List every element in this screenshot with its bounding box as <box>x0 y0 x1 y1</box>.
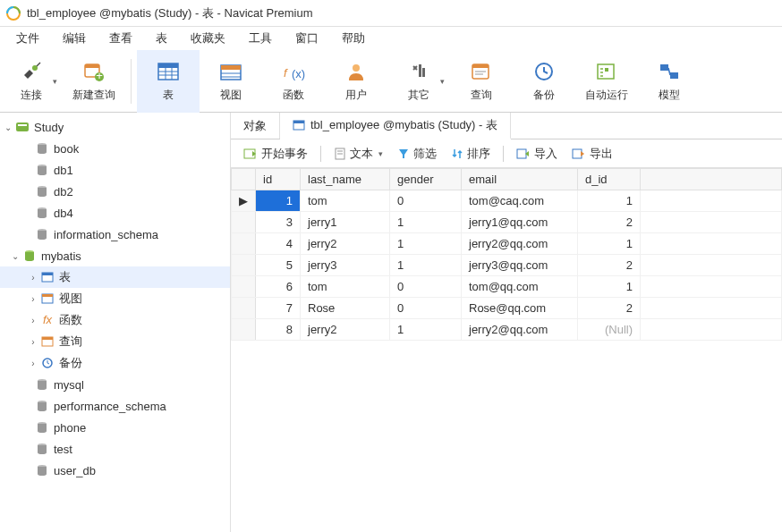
col-id[interactable]: id <box>256 169 301 190</box>
col-d-id[interactable]: d_id <box>578 169 641 190</box>
connection-tree[interactable]: ⌄ Study ›book ›db1 ›db2 ›db4 ›informatio… <box>0 113 231 532</box>
cell-gender[interactable]: 1 <box>390 255 462 276</box>
cell-email[interactable]: jerry2@qq.com <box>462 233 578 255</box>
tb-backup[interactable]: 备份 <box>513 50 575 113</box>
cell-gender[interactable]: 1 <box>390 212 462 233</box>
cell-last-name[interactable]: jerry2 <box>301 233 390 255</box>
row-marker[interactable] <box>232 276 256 298</box>
cell-email[interactable]: tom@qq.com <box>462 276 578 298</box>
db-book[interactable]: ›book <box>0 138 230 159</box>
db-phone[interactable]: ›phone <box>0 417 230 438</box>
menu-help[interactable]: 帮助 <box>331 28 376 49</box>
row-marker[interactable] <box>232 255 256 276</box>
cell-gender[interactable]: 1 <box>390 319 462 341</box>
expand-icon[interactable]: › <box>27 273 39 283</box>
table-row[interactable]: 5jerry31jerry3@qq.com2 <box>232 255 782 276</box>
cell-d-id[interactable]: 1 <box>578 190 641 212</box>
cell-d-id[interactable]: 1 <box>578 233 641 255</box>
menu-tools[interactable]: 工具 <box>238 28 283 49</box>
cell-id[interactable]: 5 <box>256 255 301 276</box>
col-last-name[interactable]: last_name <box>301 169 390 190</box>
tb-model[interactable]: 模型 <box>638 50 701 113</box>
db-performance-schema[interactable]: ›performance_schema <box>0 395 230 417</box>
db-db2[interactable]: ›db2 <box>0 181 230 202</box>
cell-last-name[interactable]: jerry3 <box>301 255 390 276</box>
expand-icon[interactable]: › <box>27 294 39 304</box>
cell-d-id[interactable]: 2 <box>578 298 641 319</box>
table-row[interactable]: ▶1tom0tom@caq.com1 <box>232 190 782 212</box>
expand-icon[interactable]: › <box>27 337 39 347</box>
cell-email[interactable]: jerry2@qq.com <box>462 319 578 341</box>
cell-d-id[interactable]: (Null) <box>578 319 641 341</box>
filter-button[interactable]: 筛选 <box>392 143 442 165</box>
db-information-schema[interactable]: ›information_schema <box>0 224 230 245</box>
cell-d-id[interactable]: 2 <box>578 212 641 233</box>
cell-d-id[interactable]: 1 <box>578 276 641 298</box>
cell-last-name[interactable]: Rose <box>301 298 390 319</box>
cell-gender[interactable]: 0 <box>390 298 462 319</box>
cell-id[interactable]: 8 <box>256 319 301 341</box>
menu-table[interactable]: 表 <box>145 28 178 49</box>
cell-email[interactable]: tom@caq.com <box>462 190 578 212</box>
cell-last-name[interactable]: tom <box>301 190 390 212</box>
mybatis-functions[interactable]: ›fx函数 <box>0 309 230 331</box>
collapse-icon[interactable]: ⌄ <box>2 122 14 132</box>
import-button[interactable]: 导入 <box>511 143 563 165</box>
mybatis-tables[interactable]: ›表 <box>0 266 230 288</box>
cell-id[interactable]: 6 <box>256 276 301 298</box>
collapse-icon[interactable]: ⌄ <box>9 251 21 261</box>
mybatis-views[interactable]: ›视图 <box>0 288 230 309</box>
db-user-db[interactable]: ›user_db <box>0 460 230 481</box>
db-db1[interactable]: ›db1 <box>0 159 230 181</box>
cell-gender[interactable]: 1 <box>390 233 462 255</box>
menu-edit[interactable]: 编辑 <box>52 28 97 49</box>
table-row[interactable]: 4jerry21jerry2@qq.com1 <box>232 233 782 255</box>
cell-last-name[interactable]: jerry1 <box>301 212 390 233</box>
sort-button[interactable]: 排序 <box>446 143 496 165</box>
cell-last-name[interactable]: jerry2 <box>301 319 390 341</box>
cell-email[interactable]: Rose@qq.com <box>462 298 578 319</box>
db-mybatis[interactable]: ⌄mybatis <box>0 245 230 266</box>
tb-table[interactable]: 表 <box>137 50 200 113</box>
menu-view[interactable]: 查看 <box>98 28 143 49</box>
expand-icon[interactable]: › <box>27 359 39 368</box>
col-gender[interactable]: gender <box>390 169 462 190</box>
tb-new-query[interactable]: + 新建查询 <box>63 50 125 113</box>
tb-user[interactable]: 用户 <box>325 50 387 113</box>
menu-window[interactable]: 窗口 <box>285 28 329 49</box>
row-marker[interactable] <box>232 233 256 255</box>
expand-icon[interactable]: › <box>27 316 39 325</box>
cell-last-name[interactable]: tom <box>301 276 390 298</box>
cell-d-id[interactable]: 2 <box>578 255 641 276</box>
tb-query[interactable]: 查询 <box>450 50 513 113</box>
row-marker[interactable] <box>232 319 256 341</box>
mybatis-backups[interactable]: ›备份 <box>0 352 230 374</box>
cell-gender[interactable]: 0 <box>390 276 462 298</box>
tab-tbl-employee[interactable]: tbl_employee @mybatis (Study) - 表 <box>280 113 511 139</box>
row-marker[interactable] <box>232 298 256 319</box>
cell-id[interactable]: 3 <box>256 212 301 233</box>
cell-id[interactable]: 7 <box>256 298 301 319</box>
export-button[interactable]: 导出 <box>566 143 618 165</box>
table-row[interactable]: 6tom0tom@qq.com1 <box>232 276 782 298</box>
tab-objects[interactable]: 对象 <box>231 113 280 139</box>
tb-view[interactable]: 视图 <box>200 50 262 113</box>
table-row[interactable]: 3jerry11jerry1@qq.com2 <box>232 212 782 233</box>
row-marker[interactable] <box>232 212 256 233</box>
cell-email[interactable]: jerry3@qq.com <box>462 255 578 276</box>
db-mysql[interactable]: ›mysql <box>0 374 230 395</box>
cell-id[interactable]: 1 <box>256 190 301 212</box>
db-test[interactable]: ›test <box>0 438 230 460</box>
begin-transaction-button[interactable]: 开始事务 <box>238 143 313 165</box>
tb-autorun[interactable]: 自动运行 <box>575 50 638 113</box>
data-grid[interactable]: id last_name gender email d_id ▶1tom0tom… <box>231 168 782 532</box>
tb-other[interactable]: ▾ 其它 <box>387 50 450 113</box>
col-email[interactable]: email <box>462 169 578 190</box>
db-db4[interactable]: ›db4 <box>0 202 230 224</box>
cell-id[interactable]: 4 <box>256 233 301 255</box>
table-row[interactable]: 7Rose0Rose@qq.com2 <box>232 298 782 319</box>
row-marker[interactable]: ▶ <box>232 190 256 212</box>
mybatis-queries[interactable]: ›查询 <box>0 331 230 352</box>
text-mode-button[interactable]: 文本▾ <box>328 143 388 165</box>
menu-file[interactable]: 文件 <box>5 28 50 49</box>
